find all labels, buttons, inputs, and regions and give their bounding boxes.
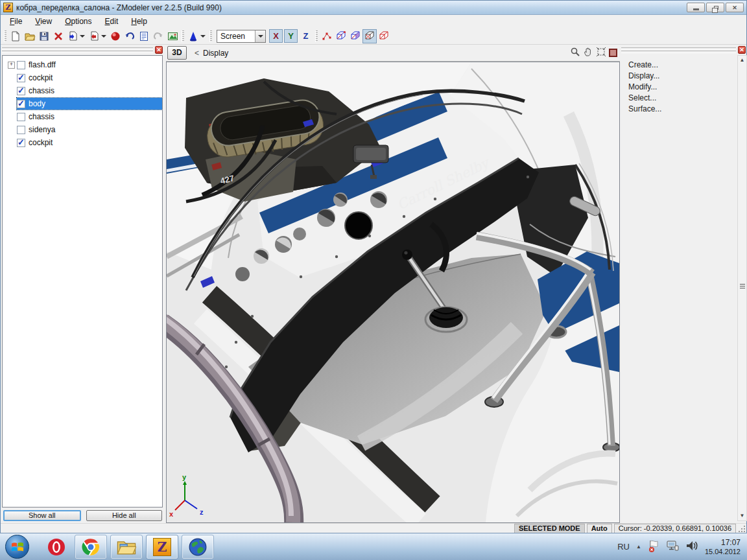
toolbar-grip[interactable] (182, 30, 184, 42)
resize-grip[interactable] (738, 525, 746, 533)
close-button[interactable]: ✕ (726, 3, 744, 12)
language-indicator[interactable]: RU (617, 542, 630, 552)
auto-indicator[interactable]: Auto (587, 524, 612, 533)
visibility-checkbox[interactable] (17, 113, 25, 121)
commands-scrollbar[interactable]: ▲ ▼ (737, 55, 747, 521)
commands-panel-close-icon[interactable]: ✕ (738, 46, 746, 54)
menu-file[interactable]: File (3, 16, 29, 27)
visibility-checkbox[interactable] (17, 74, 25, 82)
toolbar-grip[interactable] (315, 30, 318, 42)
minimize-button[interactable] (687, 3, 705, 12)
new-file-button[interactable] (8, 29, 23, 43)
command-create[interactable]: Create... (628, 60, 747, 71)
poly-cube-mode-button[interactable] (362, 29, 377, 43)
visibility-checkbox[interactable] (17, 126, 25, 134)
start-button[interactable] (5, 535, 29, 559)
export-button[interactable] (87, 29, 101, 43)
viewport-maximize-button[interactable] (609, 49, 617, 57)
viewport-panel: 3D < Display (166, 45, 620, 523)
viewport-3d-canvas[interactable]: 427 (166, 62, 620, 523)
tree-item-cockpit[interactable]: cockpit (3, 71, 162, 84)
viewport-view-label[interactable]: Display (203, 49, 570, 58)
action-center-flag-icon[interactable] (648, 539, 659, 555)
viewport-back-arrow[interactable]: < (195, 49, 199, 58)
scroll-down-icon[interactable]: ▼ (738, 511, 746, 520)
volume-icon[interactable] (685, 540, 698, 554)
screen-dropdown-caret[interactable] (255, 30, 265, 42)
tree-item-sidenya[interactable]: sidenya (3, 123, 162, 136)
title-bar[interactable]: Z кобра_переделка_салона - ZModeler ver … (1, 1, 746, 15)
axis-z-button[interactable]: Z (299, 29, 313, 43)
import-button[interactable] (65, 29, 80, 43)
menu-view[interactable]: View (29, 16, 58, 27)
taskbar-explorer-button[interactable] (110, 535, 143, 559)
cone-dropdown-caret[interactable] (200, 35, 206, 38)
import-dropdown-caret[interactable] (80, 35, 85, 38)
show-all-button[interactable]: Show all (3, 510, 81, 521)
menu-options[interactable]: Options (58, 16, 98, 27)
axis-x-button[interactable]: X (269, 29, 283, 43)
restore-button[interactable] (706, 3, 724, 12)
log-button[interactable] (137, 29, 151, 43)
zoom-extents-icon[interactable] (596, 47, 606, 60)
scene-tree-panel: ✕ +flash.dffcockpitchassisbodychassissid… (1, 45, 165, 523)
taskbar-zmodeler-button[interactable]: Z (146, 535, 178, 559)
export-dropdown-caret[interactable] (101, 35, 106, 38)
tree-item-flash-dff[interactable]: +flash.dff (3, 58, 162, 71)
commands-panel-header[interactable]: ✕ (621, 46, 746, 54)
tray-clock[interactable]: 17:07 15.04.2012 (705, 538, 741, 556)
hide-all-button[interactable]: Hide all (86, 510, 163, 521)
tree-item-body[interactable]: body (3, 97, 162, 110)
cone-tool-button[interactable] (186, 29, 200, 43)
delete-button[interactable] (51, 29, 65, 43)
command-display[interactable]: Display... (628, 71, 747, 82)
taskbar-chrome-button[interactable] (75, 535, 107, 559)
texture-button[interactable] (165, 29, 180, 43)
taskbar-globe-button[interactable] (182, 535, 214, 559)
material-sphere-button[interactable] (108, 29, 123, 43)
network-icon[interactable] (666, 540, 679, 554)
scene-tree-header[interactable]: ✕ (2, 46, 163, 54)
visibility-checkbox[interactable] (17, 61, 25, 69)
visibility-checkbox[interactable] (17, 139, 25, 147)
visibility-checkbox[interactable] (17, 87, 25, 95)
menu-bar: FileViewOptionsEditHelp (1, 15, 746, 28)
tree-item-chassis[interactable]: chassis (3, 84, 162, 97)
menu-help[interactable]: Help (124, 16, 154, 27)
edge-cube-mode-button[interactable] (334, 29, 348, 43)
vertex-mode-button[interactable] (320, 29, 334, 43)
toolbar-grip[interactable] (4, 30, 6, 42)
tree-item-label: sidenya (29, 125, 55, 134)
tree-item-chassis[interactable]: chassis (3, 110, 162, 123)
viewport-mode-button[interactable]: 3D (167, 46, 187, 60)
tray-time: 17:07 (705, 538, 741, 547)
scrollbar-grip[interactable] (740, 284, 745, 289)
tray-expand-icon[interactable]: ▲ (636, 544, 641, 550)
command-modify[interactable]: Modify... (628, 82, 747, 93)
taskbar-opera-icon[interactable] (43, 535, 69, 559)
scene-tree[interactable]: +flash.dffcockpitchassisbodychassissiden… (2, 55, 163, 508)
scroll-up-icon[interactable]: ▲ (738, 56, 746, 65)
open-file-button[interactable] (23, 29, 37, 43)
undo-button[interactable] (123, 29, 137, 43)
face-cube-mode-button[interactable] (348, 29, 362, 43)
save-file-button[interactable] (37, 29, 51, 43)
object-cube-mode-button[interactable] (377, 29, 391, 43)
expander-plus-icon[interactable]: + (8, 62, 15, 69)
command-surface[interactable]: Surface... (628, 104, 747, 115)
axis-z-label: z (200, 508, 204, 516)
axis-y-button[interactable]: Y (284, 29, 298, 43)
command-select[interactable]: Select... (628, 93, 747, 104)
visibility-checkbox[interactable] (17, 100, 25, 108)
windows-taskbar: Z RU ▲ 17:07 15.04.2012 (0, 533, 747, 560)
toolbar-grip[interactable] (209, 30, 212, 42)
scene-tree-close-icon[interactable]: ✕ (155, 46, 163, 54)
zoom-icon[interactable] (570, 47, 580, 60)
tree-item-cockpit[interactable]: cockpit (3, 136, 162, 149)
cursor-coordinates: Cursor: -0.20339, 0.66891, 0.10036 (614, 524, 736, 533)
screen-mode-select[interactable]: Screen (217, 30, 266, 43)
pan-hand-icon[interactable] (583, 47, 593, 60)
menu-edit[interactable]: Edit (99, 16, 125, 27)
redo-button[interactable] (151, 29, 165, 43)
zmodeler-icon: Z (153, 538, 171, 556)
